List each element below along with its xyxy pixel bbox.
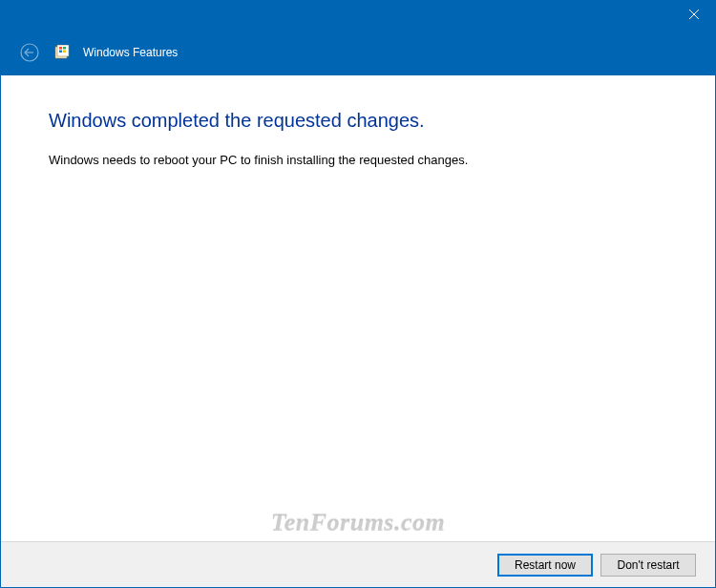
titlebar — [1, 1, 715, 30]
header-title: Windows Features — [83, 46, 178, 59]
close-icon — [689, 10, 699, 19]
footer: Restart now Don't restart — [1, 541, 715, 587]
close-button[interactable] — [672, 1, 715, 28]
header: Windows Features — [1, 30, 715, 75]
back-button — [18, 41, 41, 64]
page-heading: Windows completed the requested changes. — [49, 110, 667, 132]
svg-rect-6 — [59, 47, 62, 50]
svg-rect-9 — [63, 51, 66, 53]
back-arrow-icon — [20, 43, 39, 62]
content-area: Windows completed the requested changes.… — [1, 75, 715, 167]
page-body-text: Windows needs to reboot your PC to finis… — [49, 153, 667, 167]
dont-restart-button[interactable]: Don't restart — [600, 554, 696, 577]
watermark: TenForums.com — [1, 509, 715, 537]
restart-now-button[interactable]: Restart now — [497, 554, 593, 577]
svg-rect-8 — [59, 51, 62, 53]
svg-rect-7 — [63, 47, 66, 50]
windows-features-icon — [54, 45, 70, 60]
